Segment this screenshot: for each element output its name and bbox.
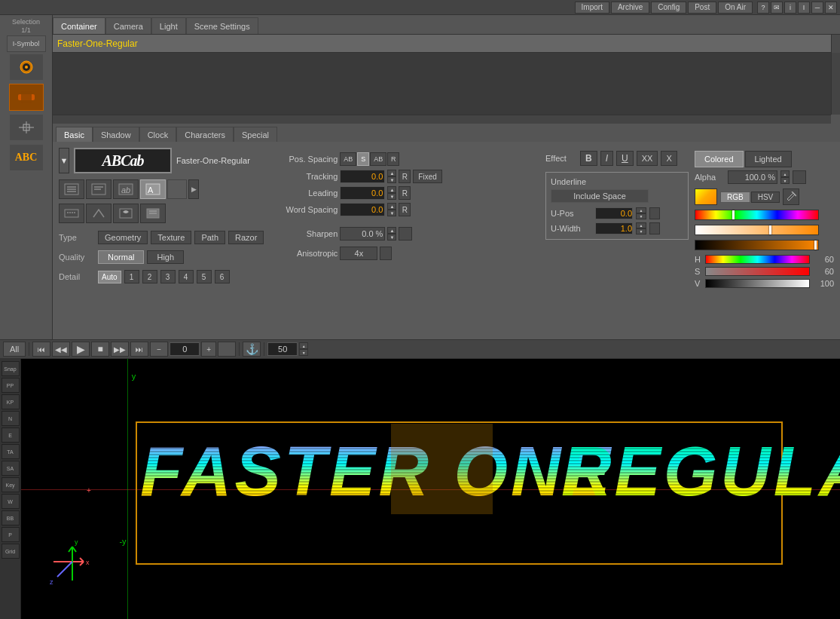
speed-down[interactable]: ▼	[299, 349, 308, 356]
sharpen-down[interactable]: ▼	[387, 234, 396, 241]
ps-icon-ab2[interactable]: AB	[370, 152, 386, 166]
word-spacing-input[interactable]	[340, 203, 385, 216]
help-icon[interactable]: ?	[757, 2, 769, 14]
next-frame-btn[interactable]: ▶▶	[111, 342, 129, 357]
detail-auto-btn[interactable]: Auto	[98, 271, 121, 283]
sharpen-input[interactable]	[340, 227, 385, 241]
bb-btn[interactable]: BB	[2, 510, 20, 526]
type-geometry-btn[interactable]: Geometry	[98, 231, 148, 244]
style-btn-arrow[interactable]: ▶	[188, 179, 199, 199]
hsv-btn[interactable]: HSV	[751, 192, 780, 203]
style-btn-7[interactable]	[113, 204, 139, 223]
pp-btn[interactable]: PP	[2, 378, 20, 393]
aniso-input[interactable]: 4x	[340, 247, 377, 260]
minus-btn[interactable]: −	[150, 342, 168, 357]
icon-btn-3[interactable]	[9, 114, 44, 141]
style-btn-8[interactable]	[140, 204, 166, 223]
tab-clock[interactable]: Clock	[139, 127, 177, 142]
tracking-up[interactable]: ▲	[387, 170, 396, 176]
colored-btn[interactable]: Colored	[695, 151, 744, 167]
font-down-btn[interactable]: ▼	[59, 148, 69, 173]
sharpen-up[interactable]: ▲	[387, 227, 396, 234]
speed-up[interactable]: ▲	[299, 342, 308, 349]
leading-input[interactable]	[340, 186, 385, 200]
w-btn[interactable]: W	[2, 494, 20, 509]
quality-high-btn[interactable]: High	[147, 250, 184, 264]
frame-misc-btn[interactable]	[218, 342, 236, 357]
val-bar[interactable]	[695, 240, 819, 250]
style-btn-5[interactable]	[59, 204, 84, 223]
all-btn[interactable]: All	[3, 342, 26, 357]
aniso-arrow-btn[interactable]	[380, 247, 392, 260]
alpha-r-btn[interactable]	[793, 170, 806, 184]
quality-normal-btn[interactable]: Normal	[98, 250, 144, 264]
type-razor-btn[interactable]: Razor	[228, 231, 264, 244]
play-btn[interactable]: ▶	[72, 342, 90, 357]
sat-bar[interactable]	[695, 225, 819, 235]
info2-icon[interactable]: I	[798, 2, 810, 14]
kp-btn[interactable]: KP	[2, 394, 20, 409]
frame-plus-btn[interactable]: +	[201, 342, 216, 357]
sa-btn[interactable]: SA	[2, 461, 20, 476]
icon-btn-2[interactable]	[9, 84, 44, 111]
upos-r-btn[interactable]	[649, 207, 660, 219]
tab-scene-settings[interactable]: Scene Settings	[186, 17, 258, 34]
effect-b-btn[interactable]: B	[580, 151, 597, 166]
preview-scrollbar-h[interactable]	[53, 115, 831, 124]
hue-bar[interactable]	[695, 210, 819, 220]
close-icon[interactable]: ✕	[825, 2, 837, 14]
style-btn-3[interactable]: ab	[113, 179, 139, 199]
n-btn[interactable]: N	[2, 411, 20, 426]
upos-input[interactable]	[595, 207, 633, 219]
config-btn[interactable]: Config	[651, 2, 686, 14]
speed-input[interactable]	[267, 342, 298, 356]
detail-6-btn[interactable]: 6	[215, 270, 230, 283]
minimize-icon[interactable]: ─	[811, 2, 823, 14]
uwidth-down[interactable]: ▼	[636, 228, 646, 234]
tracking-input[interactable]	[340, 170, 385, 183]
type-texture-btn[interactable]: Texture	[151, 231, 191, 244]
ws-r-btn[interactable]: R	[399, 203, 411, 216]
info-icon[interactable]: i	[784, 2, 796, 14]
p-btn[interactable]: P	[2, 527, 20, 542]
leading-up[interactable]: ▲	[387, 186, 396, 193]
effect-x-btn[interactable]: X	[661, 151, 677, 166]
style-btn-2[interactable]	[86, 179, 111, 199]
uwidth-input[interactable]	[595, 222, 633, 234]
style-btn-4-active[interactable]: A	[140, 179, 166, 199]
onair-btn[interactable]: On Air	[718, 2, 753, 14]
effect-i-btn[interactable]: I	[600, 151, 613, 166]
uwidth-up[interactable]: ▲	[636, 222, 646, 228]
tab-camera[interactable]: Camera	[105, 17, 151, 34]
color-edit-btn[interactable]	[783, 188, 799, 205]
detail-5-btn[interactable]: 5	[197, 270, 212, 283]
icon-btn-1[interactable]	[9, 54, 44, 81]
ps-icon-ab[interactable]: AB	[340, 152, 356, 166]
rgb-btn[interactable]: RGB	[720, 192, 750, 203]
include-space-btn[interactable]: Include Space	[551, 189, 649, 203]
prev-frame-btn[interactable]: ◀◀	[52, 342, 70, 357]
i-symbol-btn[interactable]: I-Symbol	[7, 35, 46, 52]
tracking-r-btn[interactable]: R	[399, 170, 411, 183]
tab-shadow[interactable]: Shadow	[93, 127, 139, 142]
key-btn[interactable]: Key	[2, 477, 20, 492]
leading-r-btn[interactable]: R	[399, 186, 411, 200]
ta-btn[interactable]: TA	[2, 444, 20, 459]
play-start-btn[interactable]: ⏮	[32, 342, 50, 357]
type-path-btn[interactable]: Path	[194, 231, 225, 244]
play-end-btn[interactable]: ⏭	[130, 342, 148, 357]
frame-input[interactable]	[170, 342, 200, 356]
style-btn-6[interactable]	[86, 204, 111, 223]
style-btn-1[interactable]	[59, 179, 84, 199]
detail-2-btn[interactable]: 2	[142, 270, 157, 283]
tab-special[interactable]: Special	[234, 127, 277, 142]
ps-icon-r[interactable]: R	[387, 152, 399, 166]
detail-4-btn[interactable]: 4	[179, 270, 194, 283]
post-btn[interactable]: Post	[688, 2, 716, 14]
archive-btn[interactable]: Archive	[611, 2, 649, 14]
alpha-input[interactable]	[728, 170, 777, 184]
ws-up[interactable]: ▲	[387, 203, 396, 210]
font-bar-scrollbar[interactable]	[831, 35, 840, 53]
lighted-btn[interactable]: Lighted	[745, 151, 792, 167]
upos-down[interactable]: ▼	[636, 213, 646, 219]
